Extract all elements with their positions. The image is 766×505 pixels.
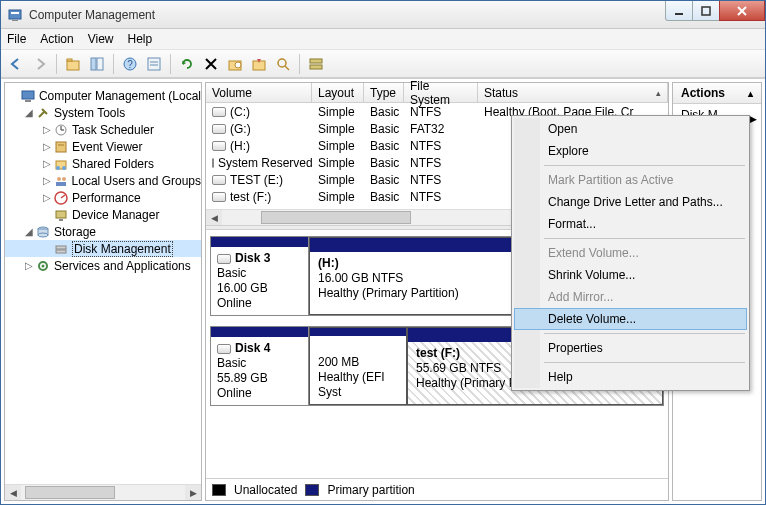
svg-point-28	[62, 166, 66, 170]
ctx-open[interactable]: Open	[514, 118, 747, 140]
volume-list-header: Volume Layout Type File System Status▴	[206, 83, 668, 103]
toolbar-separator	[113, 54, 114, 74]
up-button[interactable]	[62, 53, 84, 75]
svg-point-29	[57, 177, 61, 181]
ctx-delete-volume[interactable]: Delete Volume...	[514, 308, 747, 330]
tree-system-tools[interactable]: ◢System Tools	[5, 104, 201, 121]
refresh-button[interactable]	[176, 53, 198, 75]
disk-3-info[interactable]: Disk 3 Basic 16.00 GB Online	[211, 237, 309, 315]
toolbar-separator	[56, 54, 57, 74]
svg-rect-2	[12, 20, 18, 21]
ctx-properties[interactable]: Properties	[514, 337, 747, 359]
find-button[interactable]	[272, 53, 294, 75]
drive-icon	[212, 175, 226, 185]
svg-rect-39	[56, 250, 66, 253]
svg-rect-1	[11, 12, 19, 14]
svg-rect-3	[675, 13, 683, 15]
menubar: File Action View Help	[1, 29, 765, 50]
col-layout[interactable]: Layout	[312, 83, 364, 102]
scroll-left-icon[interactable]: ◀	[5, 485, 21, 500]
forward-button[interactable]	[29, 53, 51, 75]
ctx-shrink-volume[interactable]: Shrink Volume...	[514, 264, 747, 286]
nav-tree: Computer Management (Local ◢System Tools…	[5, 83, 201, 484]
disk-mgmt-icon	[53, 241, 69, 257]
scroll-right-icon[interactable]: ▶	[185, 485, 201, 500]
disk-kind: Basic	[217, 356, 302, 371]
drive-icon	[212, 141, 226, 151]
help-button[interactable]: ?	[119, 53, 141, 75]
legend-primary-label: Primary partition	[327, 483, 414, 497]
tree-local-users[interactable]: ▷Local Users and Groups	[5, 172, 201, 189]
ctx-separator	[544, 333, 745, 334]
ctx-extend-volume: Extend Volume...	[514, 242, 747, 264]
titlebar[interactable]: Computer Management	[1, 1, 765, 29]
menu-action[interactable]: Action	[40, 32, 73, 46]
performance-icon	[53, 190, 69, 206]
scroll-thumb[interactable]	[25, 486, 115, 499]
tree-pane: Computer Management (Local ◢System Tools…	[4, 82, 202, 501]
chevron-right-icon[interactable]: ▶	[750, 114, 757, 124]
tree-device-manager[interactable]: Device Manager	[5, 206, 201, 223]
ctx-change-drive-letter[interactable]: Change Drive Letter and Paths...	[514, 191, 747, 213]
drive-icon	[212, 158, 214, 168]
back-button[interactable]	[5, 53, 27, 75]
disk-list-button[interactable]	[305, 53, 327, 75]
settings-button[interactable]	[248, 53, 270, 75]
menu-file[interactable]: File	[7, 32, 26, 46]
svg-point-17	[278, 59, 286, 67]
tree-root[interactable]: Computer Management (Local	[5, 87, 201, 104]
volume-status: Healthy (EFI Syst	[318, 370, 398, 400]
tree-shared-folders[interactable]: ▷Shared Folders	[5, 155, 201, 172]
disk-icon	[217, 254, 231, 264]
drive-icon	[212, 107, 226, 117]
ctx-separator	[544, 362, 745, 363]
list-button[interactable]	[143, 53, 165, 75]
menu-view[interactable]: View	[88, 32, 114, 46]
svg-rect-21	[22, 91, 34, 99]
ctx-separator	[544, 238, 745, 239]
col-filesystem[interactable]: File System	[404, 83, 478, 102]
svg-rect-34	[59, 219, 63, 221]
folder-shared-icon	[53, 156, 69, 172]
maximize-button[interactable]	[692, 1, 720, 21]
properties-button[interactable]	[224, 53, 246, 75]
svg-rect-31	[56, 182, 66, 186]
close-button[interactable]	[719, 1, 765, 21]
svg-text:?: ?	[127, 59, 133, 70]
show-hide-button[interactable]	[86, 53, 108, 75]
disk-4-info[interactable]: Disk 4 Basic 55.89 GB Online	[211, 327, 309, 405]
col-status[interactable]: Status▴	[478, 83, 668, 102]
col-volume[interactable]: Volume	[206, 83, 312, 102]
device-icon	[53, 207, 69, 223]
tree-performance[interactable]: ▷Performance	[5, 189, 201, 206]
tree-services[interactable]: ▷Services and Applications	[5, 257, 201, 274]
ctx-format[interactable]: Format...	[514, 213, 747, 235]
disk-label: Disk 3	[235, 251, 270, 266]
tree-disk-management[interactable]: Disk Management	[5, 240, 201, 257]
ctx-help[interactable]: Help	[514, 366, 747, 388]
drive-icon	[212, 124, 226, 134]
delete-icon-button[interactable]	[200, 53, 222, 75]
drive-icon	[212, 192, 226, 202]
tree-event-viewer[interactable]: ▷Event Viewer	[5, 138, 201, 155]
tree-storage[interactable]: ◢Storage	[5, 223, 201, 240]
tree-hscroll[interactable]: ◀ ▶	[5, 484, 201, 500]
window-buttons	[666, 1, 765, 21]
svg-rect-8	[97, 58, 103, 70]
svg-rect-5	[67, 61, 79, 70]
svg-rect-7	[91, 58, 96, 70]
ctx-separator	[544, 165, 745, 166]
minimize-button[interactable]	[665, 1, 693, 21]
menu-help[interactable]: Help	[128, 32, 153, 46]
volume-size: 200 MB	[318, 355, 398, 370]
scroll-left-icon[interactable]: ◀	[206, 210, 222, 225]
tree-task-scheduler[interactable]: ▷Task Scheduler	[5, 121, 201, 138]
tools-icon	[35, 105, 51, 121]
ctx-explore[interactable]: Explore	[514, 140, 747, 162]
scroll-thumb[interactable]	[261, 211, 411, 224]
disk-4-efi-volume[interactable]: 200 MB Healthy (EFI Syst	[309, 327, 407, 405]
clock-icon	[53, 122, 69, 138]
collapse-icon[interactable]: ▴	[748, 88, 753, 99]
col-type[interactable]: Type	[364, 83, 404, 102]
legend-unallocated-swatch	[212, 484, 226, 496]
